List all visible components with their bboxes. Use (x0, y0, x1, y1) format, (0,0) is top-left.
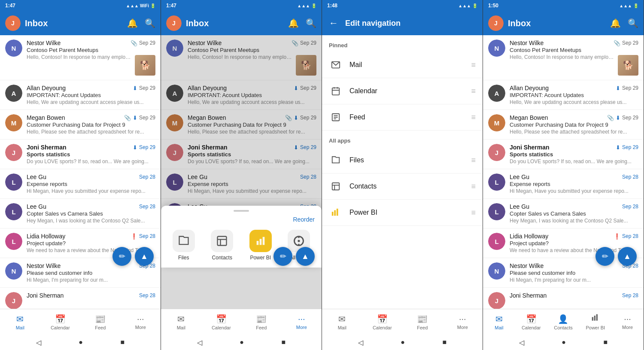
recents-btn[interactable]: ■ (604, 338, 608, 346)
home-btn[interactable]: ● (79, 338, 83, 346)
back-btn[interactable]: ◁ (358, 338, 363, 347)
nav-calendar-3[interactable]: 📅 Calendar (362, 309, 403, 335)
email-content: Joni Sherman Sep 28 (510, 292, 638, 299)
email-item[interactable]: A Allan Deyoung ⬇ Sep 29 IMPORTANT: Acou… (0, 80, 161, 110)
email-item[interactable]: M Megan Bowen 📎 ⬇ Sep 29 Customer Purcha… (0, 110, 161, 140)
home-btn[interactable]: ● (562, 338, 566, 346)
nav-more-2[interactable]: ··· More (282, 309, 322, 335)
user-avatar-1[interactable]: J (5, 15, 21, 31)
notification-icon-4[interactable]: 🔔 (610, 18, 621, 28)
drag-handle[interactable]: ≡ (471, 182, 476, 191)
sheet-app-contacts[interactable]: Contacts (207, 230, 238, 261)
mail-icon (329, 58, 343, 72)
nav-edit-files[interactable]: Files ≡ (322, 147, 483, 173)
email-item[interactable]: L Lee Gu Sep 28 Expense reports Hi Megan… (0, 169, 161, 199)
back-btn[interactable]: ◁ (197, 338, 202, 347)
email-item[interactable]: J Joni Sherman ⬇ Sep 29 Sports statistic… (0, 140, 161, 169)
scroll-fab-2[interactable]: ▲ (296, 247, 315, 266)
nav-mail-4[interactable]: ✉ Mail (483, 309, 515, 335)
sheet-app-files[interactable]: Files (168, 230, 200, 261)
search-icon-1[interactable]: 🔍 (145, 18, 155, 28)
back-btn[interactable]: ◁ (36, 338, 41, 347)
nav-edit-feed[interactable]: Feed ≡ (322, 104, 483, 131)
nav-edit-powerbi[interactable]: Power BI ≡ (322, 200, 483, 226)
email-item[interactable]: L Lee Gu Sep 28 Expense reports Hi Megan… (483, 169, 644, 199)
email-item[interactable]: N Nestor Wilke 📎 Sep 29 Contoso Pet Pare… (483, 35, 644, 80)
scroll-fab-1[interactable]: ▲ (135, 247, 154, 266)
email-date: Sep 29 (622, 144, 638, 150)
nav-feed-2[interactable]: 📰 Feed (241, 309, 282, 335)
nav-feed-3[interactable]: 📰 Feed (402, 309, 443, 335)
email-content: Lee Gu Sep 28 Copter Sales vs Camera Sal… (27, 203, 155, 224)
drag-handle[interactable]: ≡ (471, 61, 476, 70)
contacts-label: Contacts (212, 255, 232, 261)
email-sender: Lidia Holloway (510, 233, 548, 240)
email-item[interactable]: N Nestor Wilke 📎 Sep 29 Contoso Pet Pare… (0, 35, 161, 80)
sheet-app-powerbi[interactable]: Power BI (245, 230, 276, 261)
drag-handle[interactable]: ≡ (471, 113, 476, 122)
email-item[interactable]: L Lee Gu Sep 28 Copter Sales vs Camera S… (0, 199, 161, 228)
nav-more-3[interactable]: ··· More (443, 309, 483, 335)
email-item[interactable]: J Joni Sherman Sep 28 (0, 288, 161, 309)
search-icon-4[interactable]: 🔍 (628, 18, 638, 28)
home-btn[interactable]: ● (240, 338, 244, 346)
scroll-fab-4[interactable]: ▲ (618, 247, 637, 266)
email-item[interactable]: L Lee Gu Sep 28 Copter Sales vs Camera S… (483, 199, 644, 228)
user-avatar-2[interactable]: J (166, 15, 182, 31)
drag-handle[interactable]: ≡ (471, 208, 476, 217)
bottom-nav-4: ✉ Mail 📅 Calendar 👤 Contacts Power BI ··… (483, 309, 644, 335)
compose-fab-2[interactable]: ✏ (273, 247, 292, 266)
recents-btn[interactable]: ■ (121, 338, 125, 346)
email-item[interactable]: J Joni Sherman ⬇ Sep 29 Sports statistic… (483, 140, 644, 169)
user-avatar-4[interactable]: J (488, 15, 504, 31)
email-sender: Joni Sherman (510, 144, 550, 151)
reorder-button[interactable]: Reorder (161, 214, 322, 226)
email-item[interactable]: A Allan Deyoung ⬇ Sep 29 IMPORTANT: Acou… (483, 80, 644, 110)
email-sender: Allan Deyoung (27, 85, 66, 91)
nav-more-4[interactable]: ··· More (611, 309, 644, 335)
compose-fab-1[interactable]: ✏ (112, 247, 131, 266)
email-preview: Hi Megan, Have you submitted your expens… (510, 188, 638, 194)
email-preview: Hi Megan, Have you submitted your expens… (27, 188, 155, 194)
nav-edit-contacts[interactable]: Contacts ≡ (322, 173, 483, 200)
avatar-nestor2-1: N (5, 262, 22, 280)
email-date: Sep 28 (139, 233, 155, 239)
email-subject: IMPORTANT: Acount Updates (27, 92, 155, 98)
sys-nav-3: ◁ ● ■ (322, 335, 483, 350)
compose-fab-4[interactable]: ✏ (595, 247, 614, 266)
time-3: 1:48 (327, 3, 337, 9)
nav-edit-calendar[interactable]: Calendar ≡ (322, 78, 483, 104)
back-button[interactable]: ← (329, 18, 338, 29)
home-btn[interactable]: ● (401, 338, 405, 346)
nav-edit-mail[interactable]: Mail ≡ (322, 52, 483, 78)
notification-icon-2[interactable]: 🔔 (288, 18, 299, 28)
nav-calendar-2[interactable]: 📅 Calendar (201, 309, 242, 335)
nav-mail-1[interactable]: ✉ Mail (0, 309, 40, 335)
nav-powerbi-4[interactable]: Power BI (579, 309, 611, 335)
drag-handle[interactable]: ≡ (471, 156, 476, 165)
notification-icon-1[interactable]: 🔔 (127, 18, 138, 28)
nav-contacts-4[interactable]: 👤 Contacts (547, 309, 580, 335)
nav-feed-1[interactable]: 📰 Feed (80, 309, 121, 335)
sys-nav-4: ◁ ● ■ (483, 335, 644, 350)
email-item[interactable]: M Megan Bowen 📎 ⬇ Sep 29 Customer Purcha… (483, 110, 644, 140)
back-btn[interactable]: ◁ (519, 338, 524, 347)
status-icons-4: ▲▲▲ 🔋 (619, 3, 638, 8)
recents-btn[interactable]: ■ (443, 338, 447, 346)
nav-mail-2[interactable]: ✉ Mail (161, 309, 201, 335)
email-item[interactable]: J Joni Sherman Sep 28 (483, 288, 644, 309)
powerbi-label: Power BI (250, 255, 271, 261)
svg-rect-27 (596, 314, 597, 321)
drag-handle[interactable]: ≡ (471, 87, 476, 96)
bottom-nav-2: ✉ Mail 📅 Calendar 📰 Feed ··· More (161, 309, 322, 335)
nav-calendar-1[interactable]: 📅 Calendar (40, 309, 81, 335)
recents-btn[interactable]: ■ (282, 338, 286, 346)
nav-calendar-4[interactable]: 📅 Calendar (515, 309, 547, 335)
nav-mail-3[interactable]: ✉ Mail (322, 309, 362, 335)
nav-label: Calendar (51, 325, 70, 330)
search-icon-2[interactable]: 🔍 (306, 18, 316, 28)
nav-more-1[interactable]: ··· More (121, 309, 161, 335)
phone-body-1: N Nestor Wilke 📎 Sep 29 Contoso Pet Pare… (0, 35, 161, 309)
feed-nav-icon: 📰 (95, 314, 106, 324)
svg-rect-24 (337, 209, 338, 216)
